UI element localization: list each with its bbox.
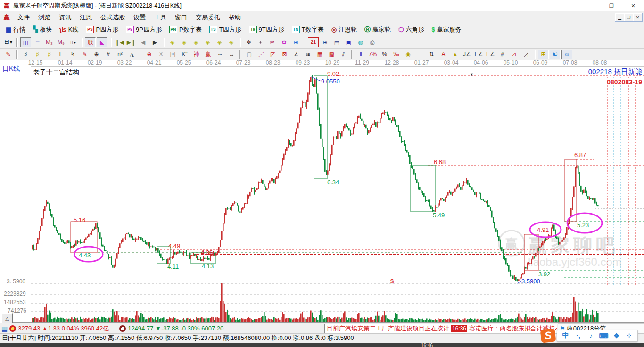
shift-left-icon[interactable]: ◈: [167, 37, 178, 47]
save-icon[interactable]: ▣: [343, 37, 354, 47]
mascot-icon[interactable]: ✿: [279, 37, 289, 47]
expand-h-icon[interactable]: ◈: [190, 37, 201, 47]
compress-h-icon[interactable]: ◈: [202, 37, 213, 47]
candle-style-dropdown[interactable]: ⎍▾: [67, 37, 78, 47]
ime-skin-icon[interactable]: ❖: [610, 331, 623, 340]
percent-line-icon[interactable]: ‰: [391, 50, 402, 59]
golden-circle-icon[interactable]: ◉: [403, 50, 413, 59]
percent7-icon[interactable]: 7%: [367, 50, 378, 59]
export-chart-icon[interactable]: ◍: [355, 37, 366, 47]
shenzhen-index-icon[interactable]: [119, 325, 126, 332]
t-square-button[interactable]: TST四方形: [206, 24, 245, 35]
golden-triangle-icon[interactable]: ▲: [450, 50, 461, 59]
box-x-icon[interactable]: ⊠: [279, 50, 290, 59]
notes-icon[interactable]: ▤: [331, 37, 342, 47]
ime-punctuation[interactable]: ·,: [572, 331, 585, 340]
winner-wheel-button[interactable]: Ⓑ赢家轮: [361, 24, 395, 35]
kline-svg[interactable]: 赢赢家聊吧liaoba.yjcf360.com12-1501-1402-1903…: [0, 60, 644, 323]
9p-square-button[interactable]: P99P四方形: [122, 24, 165, 35]
draw-brush-icon[interactable]: ✎: [79, 50, 90, 59]
t-number-table-button[interactable]: TNT数字表: [288, 24, 328, 35]
minimize-button[interactable]: ─: [579, 0, 601, 11]
wave-line-icon[interactable]: ≋: [303, 50, 314, 59]
first-bar-icon[interactable]: ❙◀: [114, 37, 125, 47]
kline-chart-canvas[interactable]: 赢赢家聊吧liaoba.yjcf360.com12-1501-1402-1903…: [0, 60, 644, 323]
menu-4[interactable]: 公式选股: [96, 12, 129, 23]
fibonacci-ruler-icon[interactable]: F: [56, 50, 66, 59]
k-mark-icon[interactable]: Kʺ: [179, 50, 190, 59]
news-ticker[interactable]: 目前广汽埃安第二工厂产能建设项目正在按计 16:36 赛诺医疗：两名股东拟合计减…: [324, 324, 557, 333]
color-chart-icon[interactable]: ◣: [97, 37, 107, 47]
mdi-close-button[interactable]: ✕: [633, 13, 642, 21]
angle-line-icon[interactable]: ∠: [291, 50, 302, 59]
channel-icon[interactable]: ǁ: [355, 50, 366, 59]
sz-index-value[interactable]: 12494.77: [128, 325, 153, 332]
ruler-123-icon[interactable]: ┅: [215, 50, 225, 59]
fit-all-icon[interactable]: ◈: [226, 37, 237, 47]
target-icon[interactable]: ⊕: [144, 50, 155, 59]
p-square-button[interactable]: PSP四方形: [82, 24, 122, 35]
pane-3-icon[interactable]: M₃: [44, 37, 55, 47]
calculator-icon[interactable]: ⊞: [320, 37, 330, 47]
panel-layout-icon[interactable]: ⊞: [290, 37, 301, 47]
winner-service-button[interactable]: $赢家服务: [428, 24, 465, 35]
f-angle-icon[interactable]: F∠: [473, 50, 484, 59]
menu-6[interactable]: 工具: [150, 12, 171, 23]
mdi-restore-button[interactable]: ❐: [624, 13, 633, 21]
j-angle-icon[interactable]: J∠: [462, 50, 472, 59]
volume-scale-button[interactable]: △: [1, 313, 13, 323]
calendar-icon[interactable]: 21: [308, 37, 319, 47]
info-list-icon[interactable]: ≣: [32, 37, 43, 47]
stock-structure-icon[interactable]: 股: [85, 37, 96, 47]
ime-lang-toggle[interactable]: 中: [559, 331, 572, 340]
percent-icon[interactable]: %: [379, 50, 390, 59]
spiral-icon[interactable]: Ϟ: [67, 50, 78, 59]
golden-grid-icon[interactable]: ♯: [32, 50, 43, 59]
next-bar-icon[interactable]: ▶: [149, 37, 160, 47]
prev-bar-icon[interactable]: ◀: [138, 37, 149, 47]
price-arrow-icon[interactable]: ⇅: [426, 50, 437, 59]
cut-tool-icon[interactable]: ✂: [267, 37, 278, 47]
shen-tool-icon[interactable]: 神: [191, 50, 202, 59]
gann-angle-icon[interactable]: ⊿: [509, 50, 520, 59]
arc-tool-icon[interactable]: ◿: [520, 50, 531, 59]
cycle-structure-toggle-icon[interactable]: ◫: [20, 37, 31, 47]
maximize-button[interactable]: ❐: [601, 0, 622, 11]
measure-h-icon[interactable]: ↔: [226, 50, 237, 59]
sectors-button[interactable]: ▚板块: [29, 24, 56, 35]
fan-lines-icon[interactable]: ⋰: [256, 50, 266, 59]
square-spiral-icon[interactable]: 回: [167, 50, 178, 59]
menu-2[interactable]: 资讯: [55, 12, 75, 23]
hexagon-button[interactable]: ⬡六角形: [395, 24, 428, 35]
ime-voice-icon[interactable]: ♪: [585, 331, 597, 340]
pane-9-icon[interactable]: M₉: [56, 37, 66, 47]
menu-0[interactable]: 文件: [13, 12, 34, 23]
menu-8[interactable]: 交易委托: [191, 12, 224, 23]
gann-grid-icon[interactable]: ♯: [20, 50, 31, 59]
starburst-icon[interactable]: ✳: [156, 50, 166, 59]
e-angle-icon[interactable]: E∠: [485, 50, 496, 59]
grid-dense-icon[interactable]: ▩: [326, 50, 337, 59]
ime-toolbox-icon[interactable]: ⁘: [623, 331, 636, 340]
menu-3[interactable]: 江恩: [75, 12, 96, 23]
gann-a-icon[interactable]: A: [438, 50, 449, 59]
menu-1[interactable]: 浏览: [34, 12, 55, 23]
menu-9[interactable]: 帮助: [224, 12, 245, 23]
gann-wheel-button[interactable]: ◎江恩轮: [328, 24, 361, 35]
quotes-button[interactable]: ▦行情: [2, 24, 29, 35]
crosshair-tool-icon[interactable]: ＋: [255, 37, 266, 47]
grid-small-icon[interactable]: #: [103, 50, 114, 59]
angle-ruler-icon[interactable]: ◮: [126, 50, 137, 59]
print-icon[interactable]: ⎙: [367, 37, 378, 47]
period-day-dropdown[interactable]: 日▾: [3, 37, 14, 47]
menu-5[interactable]: 设置: [129, 12, 150, 23]
infinity-icon[interactable]: ∞: [561, 50, 572, 59]
shift-right-icon[interactable]: ◈: [179, 37, 190, 47]
sh-index-value[interactable]: 3279.43: [18, 325, 40, 332]
golden-grid2-icon[interactable]: ♯: [44, 50, 55, 59]
mdi-minimize-button[interactable]: ▁: [615, 13, 624, 21]
p-number-table-button[interactable]: PNP数字表: [165, 24, 206, 35]
9t-square-button[interactable]: T99T四方形: [245, 24, 288, 35]
speed-line-icon[interactable]: ⫻: [497, 50, 508, 59]
taichi-icon[interactable]: ☯: [550, 50, 561, 59]
